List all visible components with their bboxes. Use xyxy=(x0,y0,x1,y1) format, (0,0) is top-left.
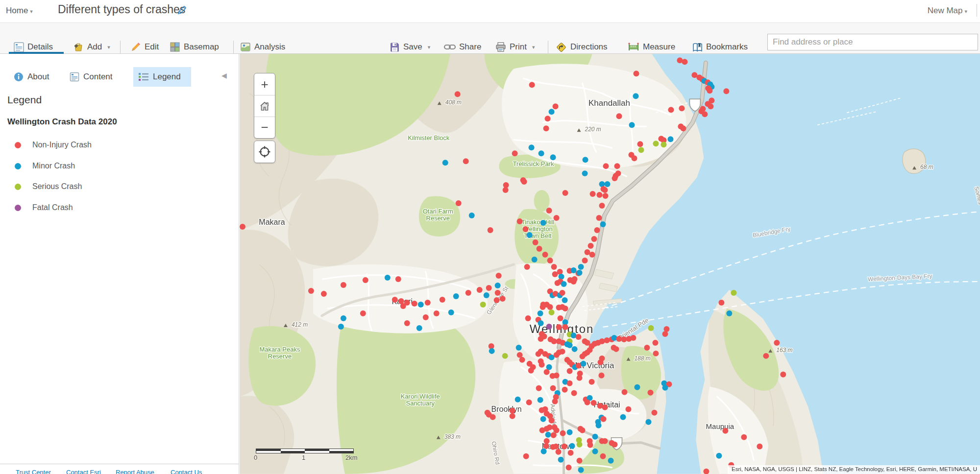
crash-point[interactable] xyxy=(722,428,728,434)
crash-point[interactable] xyxy=(510,413,515,419)
crash-point[interactable] xyxy=(541,449,547,454)
crash-point[interactable] xyxy=(603,163,609,169)
crash-point[interactable] xyxy=(600,453,606,459)
crash-point[interactable] xyxy=(647,390,653,396)
crash-point[interactable] xyxy=(621,389,627,395)
analysis-button[interactable]: Analysis xyxy=(240,40,285,54)
crash-point[interactable] xyxy=(723,88,729,94)
crash-point[interactable] xyxy=(510,408,515,414)
crash-point[interactable] xyxy=(503,187,509,193)
crash-point[interactable] xyxy=(577,270,583,276)
collapse-panel-arrow[interactable]: ◀ xyxy=(221,71,227,79)
crash-point[interactable] xyxy=(653,141,659,146)
crash-point[interactable] xyxy=(469,213,475,218)
crash-point[interactable] xyxy=(662,331,668,337)
crash-point[interactable] xyxy=(563,190,568,196)
edit-title-icon[interactable] xyxy=(176,5,187,16)
crash-point[interactable] xyxy=(416,325,422,331)
crash-point[interactable] xyxy=(558,457,564,463)
crash-point[interactable] xyxy=(599,373,605,379)
crash-point[interactable] xyxy=(556,449,562,455)
crash-point[interactable] xyxy=(567,342,573,348)
crash-point[interactable] xyxy=(648,325,654,331)
crash-point[interactable] xyxy=(551,264,557,270)
crash-point[interactable] xyxy=(484,292,490,298)
crash-point[interactable] xyxy=(321,291,327,297)
crash-point[interactable] xyxy=(716,453,722,459)
crash-point[interactable] xyxy=(547,258,553,263)
crash-point[interactable] xyxy=(496,273,502,279)
crash-point[interactable] xyxy=(488,227,493,233)
crash-point[interactable] xyxy=(585,400,590,405)
crash-point[interactable] xyxy=(434,310,440,316)
map-canvas[interactable]: KhandallahMakaraKaroriWellingtonMt Victo… xyxy=(240,54,980,474)
crash-point[interactable] xyxy=(718,300,724,306)
crash-point[interactable] xyxy=(562,297,568,303)
crash-point[interactable] xyxy=(561,281,567,287)
crash-point[interactable] xyxy=(598,359,604,365)
directions-button[interactable]: Directions xyxy=(556,40,608,54)
crash-point[interactable] xyxy=(440,297,445,303)
crash-point[interactable] xyxy=(543,125,549,131)
crash-point[interactable] xyxy=(653,351,659,356)
edit-button[interactable]: Edit xyxy=(130,40,159,54)
crash-point[interactable] xyxy=(680,125,686,131)
crash-point[interactable] xyxy=(308,288,314,294)
crash-point[interactable] xyxy=(442,160,448,166)
crash-point[interactable] xyxy=(596,423,602,428)
crash-point[interactable] xyxy=(589,252,595,258)
crash-point[interactable] xyxy=(549,109,555,115)
crash-point[interactable] xyxy=(604,337,610,343)
save-button[interactable]: Save ▾ xyxy=(390,40,430,54)
crash-point[interactable] xyxy=(560,430,566,436)
tab-about[interactable]: About xyxy=(9,67,54,87)
crash-point[interactable] xyxy=(502,353,508,359)
crash-point[interactable] xyxy=(341,282,346,288)
crash-point[interactable] xyxy=(546,324,552,330)
crash-point[interactable] xyxy=(633,71,639,76)
home-button[interactable] xyxy=(254,95,275,117)
crash-point[interactable] xyxy=(645,419,651,425)
crash-point[interactable] xyxy=(588,442,593,448)
crash-point[interactable] xyxy=(634,384,640,390)
tab-content[interactable]: Content xyxy=(65,67,118,87)
crash-point[interactable] xyxy=(600,221,606,227)
crash-point[interactable] xyxy=(392,297,398,303)
crash-point[interactable] xyxy=(543,443,549,449)
crash-point[interactable] xyxy=(455,91,461,97)
search-input[interactable] xyxy=(767,34,978,50)
crash-point[interactable] xyxy=(560,349,565,355)
crash-point[interactable] xyxy=(529,144,535,150)
crash-point[interactable] xyxy=(702,111,708,117)
crash-point[interactable] xyxy=(651,410,657,416)
crash-point[interactable] xyxy=(612,175,617,181)
contact-us-link[interactable]: Contact Us xyxy=(171,469,202,474)
crash-point[interactable] xyxy=(547,304,553,310)
crash-point[interactable] xyxy=(554,215,560,221)
report-abuse-link[interactable]: Report Abuse xyxy=(116,469,154,474)
crash-point[interactable] xyxy=(542,252,548,258)
crash-point[interactable] xyxy=(525,315,531,321)
crash-point[interactable] xyxy=(538,397,543,403)
crash-point[interactable] xyxy=(523,226,529,232)
crash-point[interactable] xyxy=(763,353,769,359)
crash-point[interactable] xyxy=(652,340,658,346)
crash-point[interactable] xyxy=(466,290,471,296)
crash-point[interactable] xyxy=(453,293,459,299)
crash-point[interactable] xyxy=(537,246,542,252)
crash-point[interactable] xyxy=(578,467,584,473)
crash-point[interactable] xyxy=(341,315,346,321)
crash-point[interactable] xyxy=(571,279,577,284)
crash-point[interactable] xyxy=(616,113,622,119)
crash-point[interactable] xyxy=(587,347,593,353)
crash-point[interactable] xyxy=(538,336,544,342)
crash-point[interactable] xyxy=(480,302,486,308)
crash-point[interactable] xyxy=(577,375,583,381)
crash-point[interactable] xyxy=(602,187,608,193)
crash-point[interactable] xyxy=(551,432,557,438)
crash-point[interactable] xyxy=(512,150,518,156)
crash-point[interactable] xyxy=(679,105,685,111)
crash-point[interactable] xyxy=(533,239,539,245)
crash-point[interactable] xyxy=(560,290,565,296)
crash-point[interactable] xyxy=(596,215,602,221)
